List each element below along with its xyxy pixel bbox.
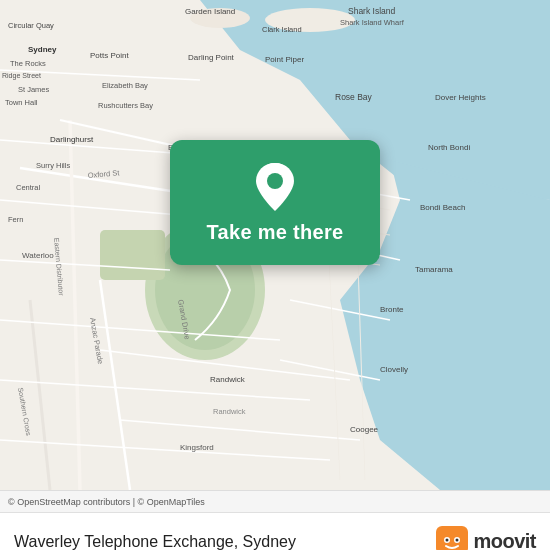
svg-text:Randwick: Randwick bbox=[210, 375, 246, 384]
svg-text:Sydney: Sydney bbox=[28, 45, 57, 54]
svg-text:Clovelly: Clovelly bbox=[380, 365, 408, 374]
svg-text:St James: St James bbox=[18, 85, 50, 94]
svg-text:Fern: Fern bbox=[8, 215, 23, 224]
bottom-bar: Waverley Telephone Exchange, Sydney moov… bbox=[0, 512, 550, 550]
svg-text:Potts Point: Potts Point bbox=[90, 51, 129, 60]
location-pin-icon bbox=[251, 161, 299, 213]
svg-text:Point Piper: Point Piper bbox=[265, 55, 304, 64]
svg-point-76 bbox=[456, 538, 459, 541]
take-me-there-button[interactable]: Take me there bbox=[170, 140, 380, 265]
svg-text:Surry Hills: Surry Hills bbox=[36, 161, 70, 170]
map-background: Shark Island Shark Island Wharf Garden I… bbox=[0, 0, 550, 490]
svg-text:Rose Bay: Rose Bay bbox=[335, 92, 373, 102]
svg-text:Central: Central bbox=[16, 183, 41, 192]
svg-text:North Bondi: North Bondi bbox=[428, 143, 470, 152]
place-name: Waverley Telephone Exchange, Sydney bbox=[14, 533, 296, 551]
take-me-there-label: Take me there bbox=[207, 221, 344, 244]
svg-text:Garden Island: Garden Island bbox=[185, 7, 235, 16]
svg-rect-7 bbox=[100, 230, 165, 280]
svg-text:Rushcutters Bay: Rushcutters Bay bbox=[98, 101, 153, 110]
svg-text:Circular Quay: Circular Quay bbox=[8, 21, 54, 30]
svg-text:Darlinghurst: Darlinghurst bbox=[50, 135, 94, 144]
svg-text:Town Hall: Town Hall bbox=[5, 98, 38, 107]
svg-text:Ridge Street: Ridge Street bbox=[2, 72, 41, 80]
map-attribution: © OpenStreetMap contributors | © OpenMap… bbox=[0, 490, 550, 512]
svg-text:Clark Island: Clark Island bbox=[262, 25, 302, 34]
svg-text:Waterloo: Waterloo bbox=[22, 251, 54, 260]
svg-text:Dover Heights: Dover Heights bbox=[435, 93, 486, 102]
moovit-brand-text: moovit bbox=[473, 530, 536, 550]
moovit-logo[interactable]: moovit bbox=[435, 525, 536, 551]
svg-text:Kingsford: Kingsford bbox=[180, 443, 214, 452]
svg-text:Coogee: Coogee bbox=[350, 425, 379, 434]
svg-text:The Rocks: The Rocks bbox=[10, 59, 46, 68]
svg-text:Bondi Beach: Bondi Beach bbox=[420, 203, 465, 212]
svg-text:Darling Point: Darling Point bbox=[188, 53, 235, 62]
svg-text:Bronte: Bronte bbox=[380, 305, 404, 314]
svg-rect-71 bbox=[436, 526, 468, 551]
svg-text:Elizabeth Bay: Elizabeth Bay bbox=[102, 81, 148, 90]
attribution-text: © OpenStreetMap contributors | © OpenMap… bbox=[8, 497, 205, 507]
svg-text:Tamarama: Tamarama bbox=[415, 265, 453, 274]
svg-text:Randwick: Randwick bbox=[213, 407, 246, 416]
moovit-brand-icon bbox=[435, 525, 469, 551]
svg-text:Shark Island Wharf: Shark Island Wharf bbox=[340, 18, 405, 27]
map-container: Shark Island Shark Island Wharf Garden I… bbox=[0, 0, 550, 490]
svg-point-70 bbox=[267, 173, 283, 189]
svg-text:Shark Island: Shark Island bbox=[348, 6, 396, 16]
svg-point-75 bbox=[446, 538, 449, 541]
